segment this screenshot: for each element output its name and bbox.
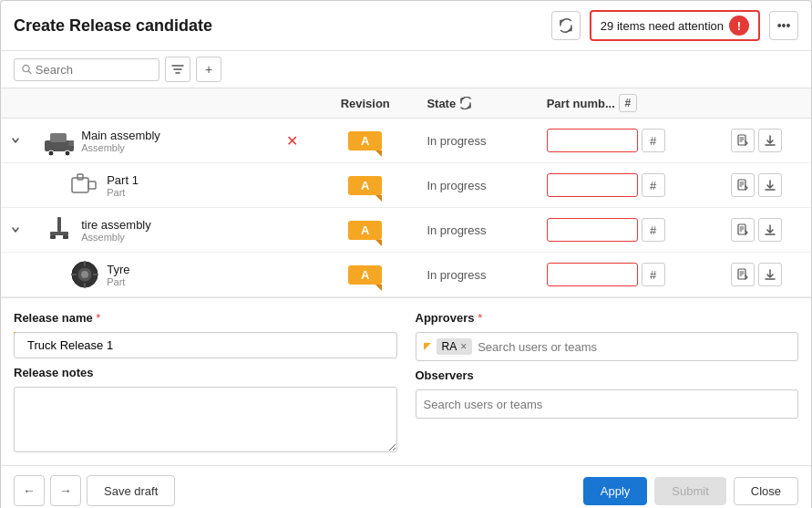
- col-expand-header: [1, 88, 36, 119]
- close-btn[interactable]: Close: [734, 477, 798, 505]
- expand-btn[interactable]: [8, 133, 23, 148]
- part1-icon: [68, 169, 101, 202]
- required-star: *: [96, 311, 100, 325]
- actions-cell: [724, 119, 811, 163]
- svg-line-1: [28, 71, 31, 74]
- document-action-btn[interactable]: [731, 218, 755, 242]
- approvers-search-input[interactable]: [478, 340, 790, 354]
- approvers-label-wrap: Approvers *: [416, 311, 799, 325]
- partnum-cell: #: [540, 253, 725, 297]
- form-left: Release name * Release notes: [14, 311, 397, 452]
- remove-cell: ✕: [275, 119, 311, 163]
- partnum-cell: #: [540, 163, 725, 208]
- hash-icon-btn[interactable]: #: [642, 173, 665, 197]
- remove-main-assembly-btn[interactable]: ✕: [286, 133, 298, 149]
- download-icon: [764, 134, 776, 147]
- observers-input-wrap[interactable]: [416, 389, 799, 419]
- table-row: tire assembly Assembly A: [1, 208, 811, 253]
- approver-tag-remove[interactable]: ×: [460, 340, 467, 353]
- document-icon: [736, 223, 749, 236]
- item-cell: Main assembly Assembly: [36, 119, 275, 163]
- part1-name: Part 1: [107, 173, 139, 187]
- svg-point-8: [65, 150, 70, 156]
- approver-tag-label: RA: [442, 340, 457, 353]
- revision-badge: A: [348, 265, 382, 285]
- truck-svg: [43, 124, 76, 157]
- approver-tag-ra: RA ×: [437, 338, 473, 355]
- required-star-approvers: *: [478, 311, 482, 325]
- document-action-btn[interactable]: [731, 173, 755, 197]
- chevron-down-icon: [11, 136, 20, 145]
- ellipsis-icon: •••: [777, 18, 791, 33]
- document-action-btn[interactable]: [731, 263, 755, 286]
- release-notes-textarea[interactable]: [14, 387, 397, 452]
- tire-assembly-name: tire assembly: [81, 218, 151, 232]
- item-cell: tire assembly Assembly: [36, 208, 275, 253]
- observers-search-input[interactable]: [424, 398, 791, 411]
- submit-btn[interactable]: Submit: [654, 477, 725, 505]
- search-box[interactable]: [14, 58, 159, 81]
- search-input[interactable]: [36, 63, 151, 77]
- main-assembly-info: Main assembly Assembly: [81, 129, 160, 153]
- download-action-btn[interactable]: [758, 263, 782, 286]
- state-cell: In progress: [419, 163, 539, 208]
- hash-icon-btn[interactable]: #: [642, 218, 665, 242]
- forward-icon: →: [59, 483, 72, 498]
- part-svg: [68, 169, 101, 202]
- add-item-btn[interactable]: +: [196, 57, 221, 82]
- col-state-header: State: [419, 88, 539, 119]
- attention-icon: !: [729, 16, 749, 36]
- revision-badge: A: [348, 131, 382, 150]
- tyre-type: Part: [107, 276, 129, 287]
- tire-assembly-info: tire assembly Assembly: [81, 218, 151, 243]
- expand-btn[interactable]: [8, 223, 23, 237]
- save-draft-btn[interactable]: Save draft: [87, 475, 175, 506]
- approvers-input-wrap[interactable]: RA ×: [416, 332, 799, 361]
- release-name-input[interactable]: [14, 332, 397, 358]
- download-icon: [764, 179, 776, 192]
- sync-icon-btn[interactable]: [551, 11, 581, 40]
- refresh-icon[interactable]: [459, 97, 472, 109]
- remove-cell: [275, 208, 311, 253]
- partnum-hash-header-btn[interactable]: #: [619, 94, 637, 112]
- col-actions-header: [724, 88, 811, 119]
- tire-assembly-type: Assembly: [81, 232, 151, 243]
- col-partnum-header: Part numb... #: [540, 88, 725, 119]
- hash-icon-btn[interactable]: #: [642, 263, 665, 286]
- download-action-btn[interactable]: [758, 129, 782, 152]
- document-icon: [736, 134, 749, 147]
- release-name-label: Release name: [14, 311, 93, 325]
- back-icon: ←: [23, 483, 36, 498]
- expand-cell: [1, 119, 36, 163]
- table-row: Part 1 Part A: [1, 163, 811, 208]
- footer-right: Apply Submit Close: [583, 477, 798, 505]
- partnum-input[interactable]: [547, 218, 638, 242]
- tyre-name: Tyre: [107, 263, 129, 276]
- tire-assembly-svg: [43, 213, 76, 246]
- partnum-input[interactable]: [547, 263, 638, 286]
- partnum-input[interactable]: [547, 129, 638, 152]
- document-action-btn[interactable]: [731, 129, 755, 152]
- more-options-btn[interactable]: •••: [769, 11, 798, 40]
- hash-icon-btn[interactable]: #: [642, 129, 665, 152]
- svg-rect-15: [77, 174, 83, 180]
- release-notes-label: Release notes: [14, 366, 93, 379]
- svg-point-7: [48, 150, 54, 156]
- svg-rect-22: [50, 232, 68, 235]
- tyre-svg: [68, 258, 101, 291]
- attention-badge[interactable]: 29 items need attention !: [590, 10, 760, 41]
- forward-btn[interactable]: →: [50, 475, 81, 506]
- download-action-btn[interactable]: [758, 218, 782, 242]
- apply-btn[interactable]: Apply: [583, 477, 648, 505]
- filter-btn[interactable]: [165, 57, 190, 82]
- create-release-dialog: Create Release candidate 29 items need a…: [0, 0, 812, 508]
- tyre-info: Tyre Part: [107, 263, 129, 287]
- state-cell: In progress: [419, 208, 539, 253]
- attention-text: 29 items need attention: [601, 19, 724, 33]
- items-table: Revision State Part: [1, 88, 811, 297]
- back-btn[interactable]: ←: [14, 475, 45, 506]
- partnum-input[interactable]: [547, 173, 638, 197]
- revision-cell: A: [311, 163, 419, 208]
- download-action-btn[interactable]: [758, 173, 782, 197]
- state-cell: In progress: [419, 119, 539, 163]
